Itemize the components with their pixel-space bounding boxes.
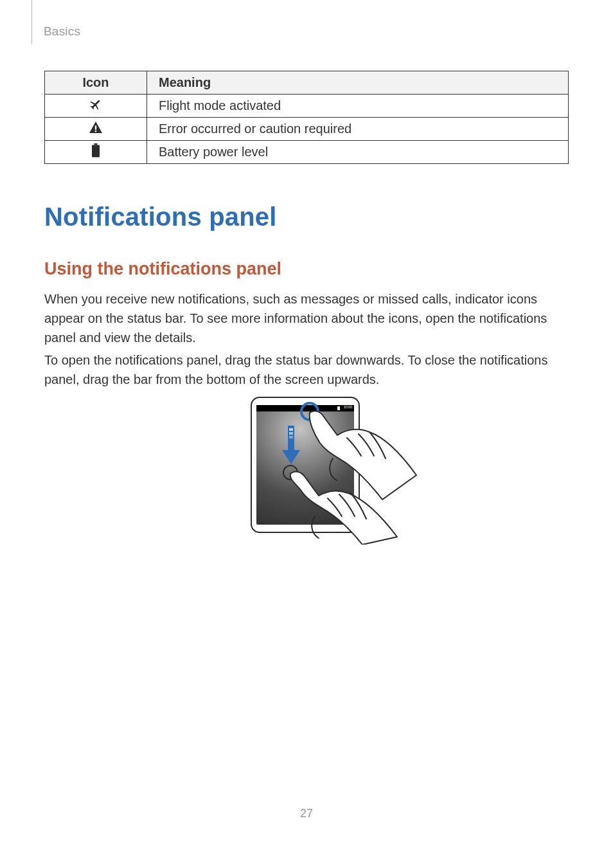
- body-paragraph: When you receive new notifications, such…: [44, 289, 569, 347]
- subsection-heading: Using the notifications panel: [44, 259, 281, 279]
- table-cell-meaning: Flight mode activated: [147, 95, 569, 118]
- svg-rect-0: [95, 125, 96, 129]
- header-rule: [31, 0, 32, 44]
- swipe-down-illustration: 10:00: [251, 397, 360, 533]
- table-cell-meaning: Battery power level: [147, 141, 569, 164]
- body-paragraph: To open the notifications panel, drag th…: [44, 350, 569, 389]
- tablet-screen: 10:00: [256, 405, 354, 525]
- airplane-icon: [45, 95, 147, 118]
- svg-marker-5: [282, 450, 300, 464]
- tablet-frame-icon: 10:00: [251, 397, 360, 533]
- table-cell-meaning: Error occurred or caution required: [147, 118, 569, 141]
- svg-rect-3: [92, 145, 100, 158]
- svg-rect-2: [94, 143, 98, 145]
- svg-rect-1: [95, 131, 96, 132]
- illus-status-bar: 10:00: [256, 405, 354, 411]
- document-page: Basics Icon Meaning Flight mode activate…: [0, 0, 613, 868]
- table-row: Flight mode activated: [45, 95, 569, 118]
- svg-rect-8: [289, 436, 293, 439]
- swipe-down-arrow-icon: [282, 426, 300, 466]
- svg-rect-7: [289, 432, 293, 435]
- warning-icon: [45, 118, 147, 141]
- table-row: Error occurred or caution required: [45, 118, 569, 141]
- table-header-row: Icon Meaning: [45, 71, 569, 95]
- page-number: 27: [0, 807, 613, 820]
- table-row: Battery power level: [45, 141, 569, 164]
- battery-icon: [45, 141, 147, 164]
- illus-clock: 10:00: [343, 405, 352, 409]
- section-heading: Notifications panel: [44, 203, 277, 231]
- illus-battery-icon: [337, 406, 340, 410]
- table-header-icon: Icon: [45, 71, 147, 95]
- table-header-meaning: Meaning: [147, 71, 569, 95]
- status-icon-table: Icon Meaning Flight mode activated: [44, 71, 569, 164]
- svg-rect-6: [289, 428, 293, 431]
- breadcrumb: Basics: [44, 24, 80, 39]
